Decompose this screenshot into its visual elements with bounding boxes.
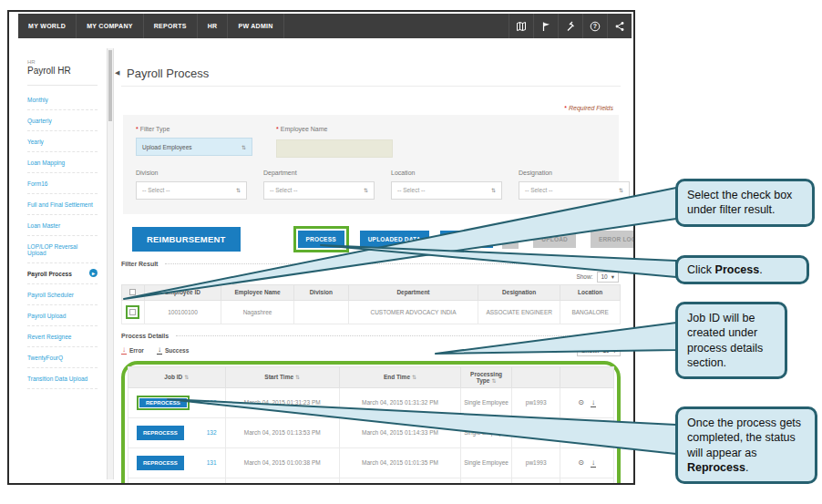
employee-name-input[interactable]: [276, 139, 393, 158]
filter-result-show-select[interactable]: 10▾: [597, 272, 620, 283]
active-item-icon: ▸: [89, 269, 98, 277]
row-checkbox[interactable]: [129, 309, 136, 315]
sidebar-item-loan-master[interactable]: Loan Master: [27, 215, 98, 236]
nav-pw-admin[interactable]: PW ADMIN: [228, 14, 283, 38]
view-icon[interactable]: ⊙: [578, 428, 584, 437]
uploaded-data-button[interactable]: UPLOADED DATA: [360, 231, 429, 248]
cell-department: CUSTOMER ADVOCACY INDIA: [348, 300, 478, 324]
reprocess-button[interactable]: REPROCESS: [139, 398, 187, 407]
sidebar-item-payroll-scheduler[interactable]: Payroll Scheduler: [27, 284, 98, 305]
sidebar-scrollbar[interactable]: [107, 48, 114, 479]
col-start-time[interactable]: Start Time⇅: [225, 366, 339, 387]
sidebar-item-quarterly[interactable]: Quarterly: [27, 110, 98, 131]
process-details-show-select[interactable]: Show:10▾: [577, 345, 621, 356]
success-download-link[interactable]: ↓Success: [157, 346, 189, 355]
process-details-header-row: Job ID⇅ Start Time⇅ End Time⇅ Processing…: [128, 366, 614, 387]
location-select[interactable]: -- Select --⇅: [391, 181, 502, 200]
sidebar-item-payroll-process[interactable]: Payroll Process▸: [27, 263, 98, 284]
map-icon[interactable]: [509, 14, 533, 38]
col-processing-type[interactable]: Processing Type⇅: [461, 366, 512, 387]
process-button[interactable]: PROCESS: [298, 231, 344, 248]
nav-reports[interactable]: REPORTS: [144, 14, 198, 38]
sort-icon[interactable]: ⇅: [491, 378, 496, 384]
job-id-link[interactable]: 131: [207, 459, 217, 466]
reprocess-button[interactable]: REPROCESS: [137, 456, 184, 470]
sort-icon[interactable]: ⇅: [184, 375, 189, 380]
cell-processing-type: Single Employee: [461, 478, 512, 485]
reprocess-button[interactable]: REPROCESS: [137, 426, 184, 440]
download-button[interactable]: DOWNLOAD: [440, 231, 494, 248]
select-caret-icon: ⇅: [241, 144, 246, 150]
col-designation[interactable]: Designation: [478, 284, 560, 300]
filter-type-select[interactable]: Upload Employees ⇅: [136, 138, 252, 156]
sidebar-item-full-and-final-settlement[interactable]: Full and Final Settlement: [27, 194, 98, 215]
department-label: Department: [263, 170, 375, 176]
filter-type-field: *Filter Type Upload Employees ⇅: [136, 126, 252, 158]
help-icon[interactable]: ?: [582, 14, 607, 38]
sort-icon[interactable]: ⇅: [295, 375, 300, 380]
select-all-checkbox[interactable]: [129, 289, 136, 295]
nav-my-company[interactable]: MY COMPANY: [77, 14, 144, 38]
callout-click-process: Click Process.: [675, 255, 809, 284]
col-department[interactable]: Department: [348, 284, 478, 300]
error-download-link[interactable]: ↓Error: [121, 346, 144, 355]
view-icon[interactable]: ⊙: [578, 458, 584, 467]
process-details-table: Job ID⇅ Start Time⇅ End Time⇅ Processing…: [128, 366, 614, 486]
job-id-link[interactable]: 133: [207, 399, 217, 406]
row-checkbox-highlight: [126, 305, 139, 319]
sidebar-item-loan-mapping[interactable]: Loan Mapping: [27, 152, 98, 173]
filter-result-show-row: Show: 10▾: [123, 272, 619, 283]
designation-select[interactable]: -- Select --⇅: [519, 181, 630, 200]
cell-processing-type: Single Employee: [461, 447, 512, 478]
col-job-id[interactable]: Job ID⇅: [128, 366, 226, 387]
view-icon[interactable]: ⊙: [578, 398, 584, 406]
sidebar-item-label: Payroll Process: [27, 271, 72, 277]
job-id-link[interactable]: 132: [207, 429, 217, 436]
error-download-icon: ↓: [121, 346, 127, 355]
sidebar-item-form16[interactable]: Form16: [27, 173, 98, 194]
cell-start-time: March 04, 2015 12:06:50 PM: [225, 478, 339, 485]
col-end-time[interactable]: End Time⇅: [339, 366, 460, 387]
nav-my-world[interactable]: MY WORLD: [18, 14, 77, 38]
col-actions: [560, 366, 614, 387]
main-content: Payroll Process *Required Fields *Filter…: [118, 48, 624, 483]
download-icon[interactable]: ↓: [591, 458, 596, 468]
cell-employee-name: Nagashree: [221, 300, 293, 324]
obscured-button[interactable]: [502, 230, 519, 249]
tools-icon[interactable]: [558, 14, 582, 38]
nav-hr[interactable]: HR: [198, 14, 229, 38]
reimbursement-button[interactable]: REIMBURSEMENT: [132, 227, 241, 252]
table-row: REPROCESS133 March 04, 2015 01:31:23 PM …: [128, 387, 614, 417]
sidebar-item-transition-data-upload[interactable]: Transition Data Upload: [27, 368, 98, 389]
sidebar-item-payroll-upload[interactable]: Payroll Upload: [27, 305, 98, 326]
filter-result-row: 100100100 Nagashree CUSTOMER ADVOCACY IN…: [122, 300, 621, 324]
sidebar-title: Payroll HR: [27, 66, 98, 76]
error-log-button[interactable]: ERROR LOG: [591, 231, 635, 248]
department-select[interactable]: -- Select --⇅: [263, 181, 375, 200]
upload-button[interactable]: UPLOAD: [533, 231, 576, 248]
sidebar-item-yearly[interactable]: Yearly: [27, 131, 98, 152]
share-icon[interactable]: [607, 14, 632, 38]
sidebar-item-twentyfourq[interactable]: TwentyFourQ: [27, 347, 98, 368]
success-download-icon: ↓: [157, 346, 162, 355]
sidebar-item-revert-resignee[interactable]: Revert Resignee: [27, 326, 98, 347]
col-employee-name[interactable]: Employee Name: [221, 284, 293, 300]
cell-processing-type: Single Employee: [461, 417, 512, 447]
flag-icon[interactable]: [533, 14, 558, 38]
download-icon[interactable]: ↓: [591, 398, 596, 407]
cell-end-time: March 04, 2015 01:01:35 PM: [339, 447, 460, 478]
cell-processed-by: pw1993: [512, 417, 560, 447]
cell-start-time: March 04, 2015 01:00:38 PM: [225, 447, 339, 478]
col-location[interactable]: Location: [560, 284, 621, 300]
division-select[interactable]: -- Select --⇅: [136, 181, 247, 200]
scrollbar-thumb[interactable]: [108, 50, 112, 121]
sidebar-collapse-icon[interactable]: ◀: [115, 69, 119, 77]
sidebar-item-monthly[interactable]: Monthly: [27, 89, 98, 110]
sort-icon[interactable]: ⇅: [412, 375, 416, 380]
col-employee-id[interactable]: Employee ID: [144, 284, 221, 300]
sidebar-item-lop-reversal-upload[interactable]: LOP/LOP Reversal Upload: [27, 236, 98, 263]
app-screenshot-frame: MY WORLD MY COMPANY REPORTS HR PW ADMIN …: [7, 10, 635, 485]
show-label: Show:: [576, 273, 592, 280]
col-division[interactable]: Division: [293, 284, 348, 300]
download-icon[interactable]: ↓: [591, 428, 596, 437]
